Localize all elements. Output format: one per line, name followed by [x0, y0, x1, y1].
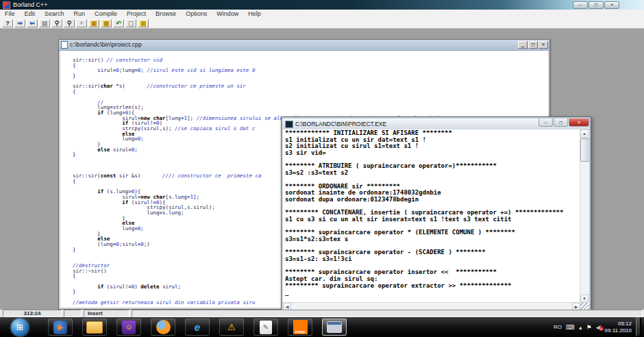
console-icon — [285, 121, 293, 128]
print-icon[interactable]: ▤ — [39, 19, 50, 27]
console-line: _ — [285, 290, 579, 297]
code-line: sirul=0;lung=0; //sirul este vid si lung… — [73, 68, 548, 73]
tray-clock[interactable]: 05:12 09.11.2010 — [605, 321, 632, 334]
warning-app-icon[interactable]: ⚠ — [219, 319, 244, 336]
code-line — [73, 95, 548, 100]
console-line: ********* supraincarcare operator extrac… — [285, 283, 579, 290]
editor-window-controls: _ □ ✕ — [518, 41, 549, 49]
menu-item-window[interactable]: Window — [212, 10, 243, 18]
code-line: lung=strlen(s); — [73, 105, 548, 110]
close-button[interactable]: ✕ — [604, 1, 619, 9]
action-center-flag-icon[interactable]: ⚑ — [586, 324, 592, 331]
minimize-button[interactable]: _ — [518, 41, 528, 49]
code-line: sir::sir() // constructor vid — [73, 58, 548, 63]
toolbar: ?⇒⇐▤⚲⚲+▣▣↶▢▦ — [0, 18, 644, 29]
console-titlebar[interactable]: C:\BORLANDC\BIN\PROIECT.EXE – □ ✕ — [283, 118, 589, 129]
console-line: s3=s2 :s3=text s2 — [285, 170, 579, 177]
menu-item-compile[interactable]: Compile — [90, 10, 122, 18]
scroll-up-button[interactable]: ▲ — [580, 129, 589, 138]
show-hidden-icons-button[interactable]: ▴ — [579, 324, 582, 331]
media-player-icon[interactable]: ▶ — [48, 319, 73, 336]
mute-dot: x — [599, 327, 604, 331]
open-file-icon[interactable]: ⇒ — [14, 19, 25, 27]
console-body[interactable]: ************ INITIALIZARE SI AFISARE ***… — [283, 129, 589, 312]
menu-item-project[interactable]: Project — [122, 10, 151, 18]
maximize-button[interactable]: □ — [554, 118, 568, 127]
clock-date: 09.11.2010 — [605, 327, 632, 334]
menu-item-file[interactable]: File — [0, 10, 20, 18]
statusbar-spacer — [64, 310, 82, 317]
borland-app-icon — [3, 1, 10, 9]
search-again-icon[interactable]: ⚲ — [64, 19, 75, 27]
notes-icon[interactable]: ✎ — [253, 319, 278, 336]
insert-mode-indicator: Insert — [84, 310, 129, 317]
scroll-down-button[interactable]: ▼ — [580, 295, 589, 303]
dos-window-icon — [327, 321, 342, 333]
code-line: { — [73, 89, 548, 95]
editor-titlebar[interactable]: c:\borlandc\bin\proiect.cpp _ □ ✕ — [59, 40, 549, 51]
code-line: // — [73, 100, 548, 105]
vertical-scrollbar[interactable]: ▲ ▼ — [580, 129, 589, 303]
menu-item-search[interactable]: Search — [40, 10, 69, 18]
search-icon[interactable]: ⚲ — [51, 19, 62, 27]
menu-item-options[interactable]: Options — [181, 10, 212, 18]
maximize-button[interactable]: □ — [528, 41, 538, 49]
orange-app-icon[interactable]: orange — [288, 319, 312, 336]
editor-title: c:\borlandc\bin\proiect.cpp — [70, 40, 142, 50]
firefox-icon[interactable] — [151, 319, 175, 336]
minimize-button[interactable]: – — [538, 118, 553, 127]
menubar: FileEditSearchRunCompileProjectBrowseOpt… — [0, 10, 644, 18]
console-line: s1 cu s3 si cu un alt sir inserat=text s… — [285, 216, 579, 223]
ie-e-icon: e — [195, 321, 200, 334]
console-title: C:\BORLANDC\BIN\PROIECT.EXE — [295, 121, 386, 127]
help-icon[interactable]: ? — [2, 19, 13, 27]
close-button[interactable]: ✕ — [569, 118, 589, 127]
main-window-controls: – □ ✕ — [573, 1, 619, 9]
menu-item-edit[interactable]: Edit — [20, 10, 40, 18]
console-window-controls: – □ ✕ — [538, 118, 589, 127]
close-project-icon[interactable]: ▣ — [101, 19, 112, 27]
console-window: C:\BORLANDC\BIN\PROIECT.EXE – □ ✕ ******… — [281, 116, 591, 314]
code-line: } — [73, 73, 548, 79]
muted-speaker-icon[interactable]: ◀x — [596, 324, 601, 331]
main-titlebar: Borland C++ – □ ✕ — [0, 0, 644, 10]
add-item-icon[interactable]: + — [76, 19, 87, 27]
cursor-position: 313:24 — [3, 310, 62, 317]
undo-icon[interactable]: ↶ — [113, 19, 124, 27]
code-line: sir::sir(char *s) //constructor ce prime… — [73, 84, 548, 89]
save-file-icon[interactable]: ⇐ — [27, 19, 38, 27]
document-icon — [61, 41, 68, 49]
language-indicator[interactable]: RO — [554, 324, 562, 330]
clock-time: 05:12 — [605, 321, 632, 327]
play-icon: ▶ — [53, 321, 67, 334]
globe-icon — [156, 320, 171, 334]
internet-explorer-icon[interactable]: e — [185, 319, 210, 336]
taskbar: ⊞ ▶ ☺ e ⚠ ✎ orange RO ⌨ ▴ ⚑ ◀x 05:12 09.… — [0, 317, 644, 337]
menu-item-help[interactable]: Help — [243, 10, 266, 18]
menu-item-browse[interactable]: Browse — [151, 10, 181, 18]
open-project-icon[interactable]: ▣ — [88, 19, 99, 27]
close-button[interactable]: ✕ — [538, 41, 548, 49]
menu-item-run[interactable]: Run — [69, 10, 90, 18]
warning-icon: ⚠ — [227, 320, 236, 335]
window-icon[interactable]: ▢ — [125, 19, 136, 27]
console-line: s3=s1*s2:s3=tex s — [285, 236, 579, 243]
taskbar-icons: ▶ ☺ e ⚠ ✎ orange — [48, 319, 347, 336]
minimize-button[interactable]: – — [573, 1, 588, 9]
keyboard-icon[interactable]: ⌨ — [566, 324, 575, 331]
borland-taskbar-icon[interactable] — [322, 319, 347, 336]
explorer-folder-icon[interactable] — [82, 319, 107, 336]
pencil-icon: ✎ — [260, 321, 272, 334]
system-tray: RO ⌨ ▴ ⚑ ◀x 05:12 09.11.2010 — [554, 317, 644, 337]
show-desktop-button[interactable] — [636, 317, 641, 337]
maximize-button[interactable]: □ — [589, 1, 604, 9]
folder-icon — [86, 321, 103, 334]
console-line: s2 initializat cu sirul s1=text s1 ! — [285, 143, 579, 150]
console-output: ************ INITIALIZARE SI AFISARE ***… — [285, 130, 579, 302]
statusbar: 313:24 Insert — [0, 310, 644, 317]
scrollbar-thumb[interactable] — [580, 138, 589, 162]
yahoo-messenger-icon[interactable]: ☺ — [116, 319, 141, 336]
console-line: s3=s1-s2: s3=1!3ci — [285, 256, 579, 263]
run-icon[interactable]: ▦ — [138, 19, 149, 27]
start-button[interactable]: ⊞ — [11, 319, 29, 336]
